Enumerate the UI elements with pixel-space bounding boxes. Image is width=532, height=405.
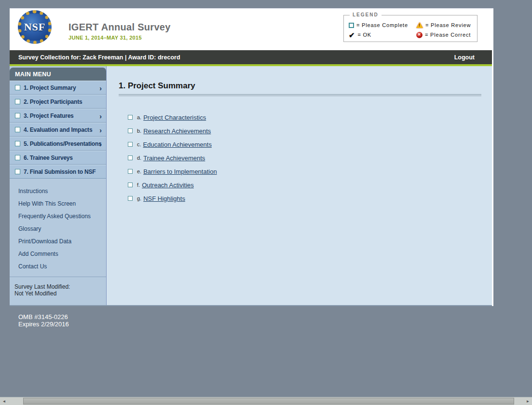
checkbox-icon (15, 85, 20, 90)
checkbox-icon (128, 155, 133, 160)
scrollbar-thumb[interactable] (23, 398, 514, 405)
list-item: f. Outreach Activities (128, 178, 492, 192)
checkbox-icon (128, 182, 133, 187)
legend-title: LEGEND (350, 12, 382, 17)
list-item: a. Project Characteristics (128, 111, 492, 124)
sidebar-link-glossary[interactable]: Glossary (18, 225, 106, 238)
legend-item-review: ! = Please Review (416, 22, 479, 28)
sidebar-link-faq[interactable]: Frequently Asked Questions (18, 213, 106, 225)
sidebar-link-contact-us[interactable]: Contact Us (18, 263, 106, 276)
sidebar-link-instructions[interactable]: Instructions (18, 188, 106, 200)
sidebar-link-print-download[interactable]: Print/Download Data (18, 238, 106, 251)
link-outreach-activities[interactable]: Outreach Activities (142, 182, 194, 189)
checkbox-icon (15, 155, 20, 160)
sidebar-links: Instructions Help With This Screen Frequ… (10, 179, 106, 276)
check-icon: ✔ (349, 32, 355, 38)
scroll-right-icon[interactable]: ► (524, 397, 532, 405)
nsf-logo-icon: NSF (18, 10, 52, 44)
link-research-achievements[interactable]: Research Achievements (143, 127, 211, 135)
checkbox-icon (128, 196, 133, 201)
title-block: IGERT Annual Survey JUNE 1, 2014–MAY 31,… (68, 22, 171, 41)
sidebar: MAIN MENU 1. Project Summary › 2. Projec… (10, 66, 107, 305)
collection-info-text: Survey Collection for: Zack Freeman | Aw… (18, 54, 180, 61)
chevron-right-icon: › (99, 140, 102, 148)
logout-button[interactable]: Logout (454, 54, 475, 61)
checkbox-icon (15, 113, 20, 118)
link-nsf-highlights[interactable]: NSF Highlights (143, 195, 185, 202)
checkbox-icon (128, 169, 133, 174)
omb-number: OMB #3145-0226 (18, 314, 69, 321)
checkbox-icon (128, 142, 133, 147)
page-title: IGERT Annual Survey (68, 22, 171, 33)
sidebar-item-project-participants[interactable]: 2. Project Participants (10, 95, 106, 109)
sidebar-link-add-comments[interactable]: Add Comments (18, 251, 106, 263)
list-item: c. Education Achievements (128, 138, 492, 151)
sidebar-item-evaluation-impacts[interactable]: 4. Evaluation and Impacts › (10, 123, 106, 137)
legend-item-label: = Please Complete (356, 22, 408, 28)
sidebar-item-trainee-surveys[interactable]: 6. Trainee Surveys (10, 151, 106, 165)
checkbox-icon (128, 128, 133, 133)
list-item: e. Barriers to Implementation (128, 165, 492, 178)
last-modified-label: Survey Last Modified: (14, 283, 106, 290)
sidebar-item-publications[interactable]: 5. Publications/Presentations › (10, 137, 106, 151)
section-heading: 1. Project Summary (119, 81, 481, 91)
link-barriers-implementation[interactable]: Barriers to Implementation (143, 168, 217, 175)
sidebar-item-project-summary[interactable]: 1. Project Summary › (10, 81, 106, 95)
chevron-right-icon: › (99, 112, 102, 120)
sidebar-item-project-features[interactable]: 3. Project Features › (10, 109, 106, 123)
checkbox-icon (15, 99, 20, 104)
sidebar-item-final-submission[interactable]: 7. Final Submission to NSF (10, 165, 106, 179)
checkbox-icon (15, 127, 20, 132)
main-panel: 1. Project Summary a. Project Characteri… (107, 66, 492, 305)
horizontal-scrollbar[interactable]: ◄ ► (0, 397, 532, 405)
link-trainee-achievements[interactable]: Trainee Achievements (143, 154, 205, 162)
section-links-list: a. Project Characteristics b. Research A… (128, 111, 492, 205)
link-project-characteristics[interactable]: Project Characteristics (143, 114, 206, 121)
checkbox-icon (128, 115, 133, 120)
last-modified-status: Survey Last Modified: Not Yet Modified (10, 277, 106, 297)
list-item: g. NSF Highlights (128, 192, 492, 205)
nsf-logo-text: NSF (24, 21, 46, 33)
legend-item-complete: = Please Complete (349, 22, 416, 28)
error-icon: ✕ (416, 32, 423, 38)
checkbox-icon (349, 23, 354, 28)
legend-item-ok: ✔ = OK (349, 32, 416, 38)
legend-item-label: = OK (357, 32, 371, 38)
collection-toolbar: Survey Collection for: Zack Freeman | Aw… (10, 50, 492, 64)
sidebar-link-help[interactable]: Help With This Screen (18, 200, 106, 213)
legend-box: LEGEND = Please Complete ! = Please Revi… (343, 15, 477, 42)
main-menu-header: MAIN MENU (10, 68, 106, 81)
warning-icon: ! (416, 22, 423, 28)
list-item: d. Trainee Achievements (128, 151, 492, 165)
legend-item-label: = Please Correct (425, 32, 471, 38)
content-row: MAIN MENU 1. Project Summary › 2. Projec… (10, 66, 492, 306)
link-education-achievements[interactable]: Education Achievements (143, 141, 212, 148)
last-modified-value: Not Yet Modified (14, 290, 106, 297)
desktop-background: { "header": { "logo_text": "NSF", "title… (0, 0, 532, 405)
scroll-left-icon[interactable]: ◄ (0, 397, 8, 405)
checkbox-icon (15, 169, 20, 174)
legend-item-label: = Please Review (425, 22, 471, 28)
survey-page: NSF IGERT Annual Survey JUNE 1, 2014–MAY… (10, 8, 493, 306)
omb-footer: OMB #3145-0226 Expires 2/29/2016 (18, 314, 69, 328)
page-header: NSF IGERT Annual Survey JUNE 1, 2014–MAY… (10, 9, 493, 50)
list-item: b. Research Achievements (128, 124, 492, 138)
omb-expiration: Expires 2/29/2016 (18, 321, 69, 328)
legend-grid: = Please Complete ! = Please Review ✔ = … (344, 15, 477, 40)
chevron-right-icon: › (99, 84, 102, 92)
survey-period: JUNE 1, 2014–MAY 31, 2015 (68, 35, 171, 41)
heading-divider (119, 94, 481, 96)
chevron-right-icon: › (99, 126, 102, 134)
legend-item-correct: ✕ = Please Correct (416, 32, 479, 38)
checkbox-icon (15, 141, 20, 146)
